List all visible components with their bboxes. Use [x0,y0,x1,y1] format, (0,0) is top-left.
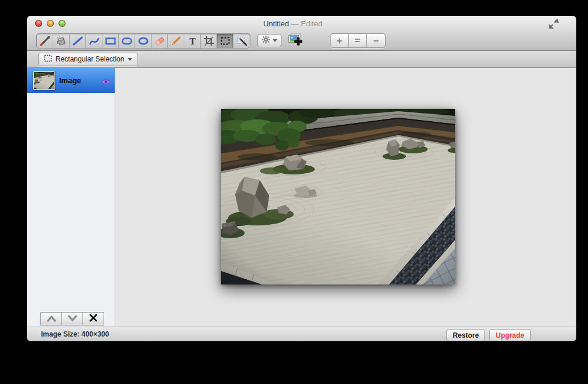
rectangular-selection-tool[interactable] [217,34,233,48]
chevron-down-icon [273,39,277,42]
gear-icon [262,35,270,46]
zoom-in-button[interactable]: + [331,34,349,47]
eyedropper-tool[interactable] [37,34,53,48]
layer-name: Image [59,76,101,85]
layer-row-image[interactable]: Image [27,68,115,93]
restore-button[interactable]: Restore [446,329,486,341]
zoom-actual-size-button[interactable]: = [349,34,367,47]
tool-options-bar: Rectangular Selection [27,51,576,68]
layers-panel: Image [27,68,115,327]
window-title: Untitled — Edited [27,19,559,28]
rectangle-tool[interactable] [102,34,119,48]
eraser-tool[interactable] [152,34,168,48]
zoom-out-button[interactable]: − [367,34,385,47]
curve-tool[interactable] [86,34,102,48]
line-tool[interactable] [70,34,86,48]
canvas-image[interactable] [221,109,455,284]
canvas-area[interactable] [115,68,576,327]
layer-visibility-eye-icon[interactable] [101,77,111,84]
status-bar-buttons: Restore Upgrade [446,329,531,341]
add-image-icon [287,33,303,49]
image-size-label: Image Size: 400×300 [41,330,109,338]
chevron-up-icon [46,314,57,324]
rounded-rectangle-tool[interactable] [119,34,135,48]
chevron-down-icon [128,58,132,61]
equals-icon: = [355,36,360,46]
text-tool[interactable]: T [184,34,201,48]
ellipse-tool[interactable] [135,34,152,48]
minus-icon: − [373,36,379,46]
paint-can-tool[interactable] [53,34,70,48]
window-chrome: Untitled — Edited [27,16,576,51]
delete-layer-button[interactable] [82,312,104,325]
gear-menu-button[interactable] [257,34,281,47]
add-image-button[interactable] [286,33,304,48]
main-content: Image [27,68,576,327]
zoom-controls: + = − [330,33,386,48]
toolbar: T [27,31,576,50]
selection-mode-dropdown[interactable]: Rectangular Selection [38,53,138,66]
move-layer-down-button[interactable] [61,312,83,325]
titlebar[interactable]: Untitled — Edited [27,16,576,31]
app-window: Untitled — Edited [27,16,576,341]
magic-wand-tool[interactable] [233,34,250,48]
document-title: Untitled [263,19,289,28]
edited-indicator: — Edited [291,19,322,28]
rectangular-selection-icon [44,54,52,64]
move-layer-up-button[interactable] [40,312,62,325]
crop-tool[interactable] [201,34,217,48]
layer-thumbnail [33,71,55,90]
text-tool-glyph: T [189,36,195,46]
tool-strip: T [36,33,250,49]
chevron-down-icon [67,314,78,324]
x-icon [89,314,98,324]
selection-mode-label: Rectangular Selection [56,55,124,63]
pencil-tool[interactable] [168,34,184,48]
fullscreen-icon[interactable] [549,19,559,29]
plus-icon: + [336,36,342,46]
upgrade-button[interactable]: Upgrade [489,329,531,341]
status-bar: Image Size: 400×300 Restore Upgrade [27,327,576,341]
layer-controls [40,312,104,325]
